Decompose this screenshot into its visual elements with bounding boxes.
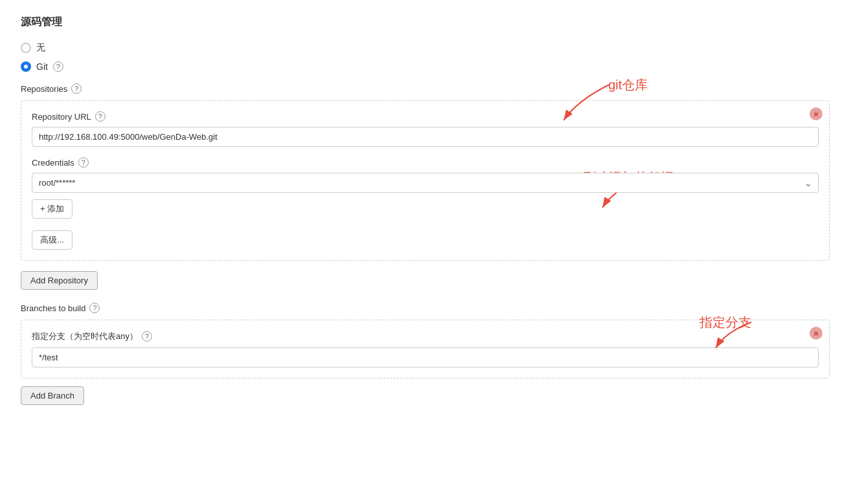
repo-url-label-text: Repository URL [32, 112, 91, 122]
add-repository-label: Add Repository [30, 276, 88, 285]
branch-annotation-text: 指定分支 [700, 315, 751, 329]
credentials-add-button[interactable]: + 添加 [32, 199, 72, 219]
branches-label-text: Branches to build [21, 303, 85, 313]
repositories-section: Repositories ? × git仓库 Repos [21, 83, 830, 261]
repositories-help-icon[interactable]: ? [71, 83, 82, 94]
radio-none[interactable]: 无 [21, 42, 830, 54]
repo-close-button[interactable]: × [810, 107, 823, 120]
branch-field-label: 指定分支（为空时代表any） ? [32, 331, 819, 342]
radio-git-circle [21, 61, 31, 72]
add-repository-button[interactable]: Add Repository [21, 271, 98, 290]
annotation-branch: 指定分支 [700, 314, 751, 331]
branches-label: Branches to build ? [21, 303, 830, 313]
repo-url-label: Repository URL ? [32, 111, 819, 122]
repositories-label: Repositories ? [21, 83, 830, 94]
branches-help-icon[interactable]: ? [89, 303, 100, 313]
repository-box: × git仓库 Repository URL ? [21, 100, 830, 261]
radio-none-label: 无 [36, 42, 45, 54]
branch-label-text: 指定分支（为空时代表any） [32, 331, 138, 342]
branch-input[interactable] [32, 347, 819, 367]
credentials-label-text: Credentials [32, 158, 74, 168]
credentials-help-icon[interactable]: ? [78, 157, 89, 168]
branch-close-button[interactable]: × [810, 327, 823, 340]
branch-box: × 指定分支 指定分支（为空时代表any） ? [21, 320, 830, 378]
radio-none-circle [21, 43, 31, 53]
radio-group: 无 Git ? [21, 42, 830, 72]
add-branch-button[interactable]: Add Branch [21, 386, 84, 405]
add-branch-label: Add Branch [30, 391, 74, 400]
credentials-select-wrapper: root/****** ⌄ [32, 173, 819, 193]
credentials-label: Credentials ? [32, 157, 819, 168]
advanced-button-label: 高级... [40, 234, 64, 246]
repo-url-help-icon[interactable]: ? [95, 111, 105, 122]
branches-section: Branches to build ? × 指定分支 指定分支（为 [21, 303, 830, 418]
branch-help-icon[interactable]: ? [142, 331, 152, 342]
page-content: 源码管理 无 Git ? Repositories ? × git仓库 [21, 16, 830, 418]
credentials-select[interactable]: root/****** [32, 173, 819, 193]
repo-url-input[interactable] [32, 127, 819, 147]
git-help-icon[interactable]: ? [53, 61, 63, 72]
radio-git[interactable]: Git ? [21, 61, 830, 72]
advanced-button[interactable]: 高级... [32, 230, 72, 250]
repositories-label-text: Repositories [21, 84, 67, 94]
add-button-label: + 添加 [40, 203, 64, 215]
page-title: 源码管理 [21, 16, 830, 29]
radio-git-label: Git [36, 61, 48, 72]
